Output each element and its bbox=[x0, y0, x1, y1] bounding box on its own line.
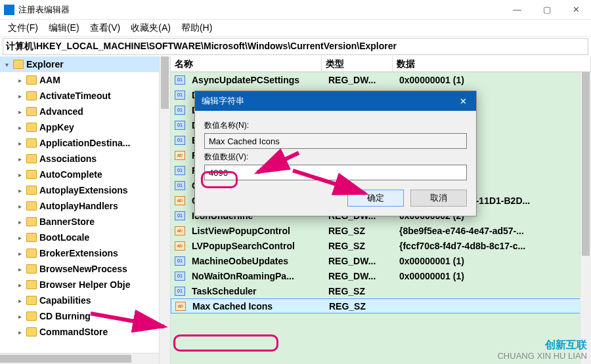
tree-node[interactable]: ▸AutoplayHandlers bbox=[13, 198, 170, 214]
tree-node[interactable]: ▸BannerStore bbox=[13, 214, 170, 230]
folder-icon bbox=[26, 264, 37, 273]
tree-label: AAM bbox=[39, 75, 60, 85]
expand-icon[interactable]: ▸ bbox=[16, 313, 24, 320]
expand-icon[interactable]: ▸ bbox=[16, 329, 24, 336]
tree-node[interactable]: ▸AppKey bbox=[13, 119, 170, 135]
value-type-icon: ab bbox=[175, 151, 185, 160]
value-data: 0x00000001 (1) bbox=[395, 256, 591, 266]
tree-node[interactable]: ▸ApplicationDestina... bbox=[13, 135, 170, 151]
value-name: Max Cached Icons bbox=[188, 301, 325, 312]
expand-icon[interactable]: ▸ bbox=[16, 281, 24, 289]
expand-icon[interactable]: ▾ bbox=[3, 61, 11, 68]
tree-node[interactable]: ▸Associations bbox=[13, 151, 170, 167]
value-type-icon: ab bbox=[175, 226, 185, 235]
expand-icon[interactable]: ▸ bbox=[16, 77, 24, 84]
value-type-icon: 01 bbox=[175, 256, 185, 266]
close-button[interactable]: ✕ bbox=[561, 0, 591, 20]
ok-button[interactable]: 确定 bbox=[347, 190, 404, 207]
tree-label: Browser Helper Obje bbox=[39, 279, 131, 290]
scrollbar-thumb[interactable] bbox=[582, 72, 590, 256]
tree-node-explorer[interactable]: ▾ Explorer bbox=[0, 56, 170, 72]
value-row[interactable]: abMax Cached IconsREG_SZ bbox=[171, 298, 591, 313]
maximize-button[interactable]: ▢ bbox=[532, 0, 561, 20]
cancel-button[interactable]: 取消 bbox=[410, 190, 467, 207]
col-data[interactable]: 数据 bbox=[393, 56, 591, 71]
expand-icon[interactable]: ▸ bbox=[16, 155, 24, 163]
menu-edit[interactable]: 编辑(E) bbox=[43, 20, 85, 37]
tree-label: BannerStore bbox=[39, 216, 95, 227]
value-type-icon: 01 bbox=[175, 211, 185, 220]
tree-node[interactable]: ▸Browser Helper Obje bbox=[13, 277, 170, 293]
expand-icon[interactable]: ▸ bbox=[16, 108, 24, 115]
tree-node[interactable]: ▸AutoplayExtensions bbox=[13, 182, 170, 198]
value-type-icon: 01 bbox=[175, 287, 185, 296]
value-row[interactable]: 01TaskSchedulerREG_SZ bbox=[171, 283, 591, 298]
list-vscrollbar[interactable] bbox=[580, 72, 591, 364]
tree-label: AutoComplete bbox=[39, 169, 102, 180]
watermark-sub: CHUANG XIN HU LIAN bbox=[497, 351, 587, 361]
folder-icon bbox=[26, 327, 37, 336]
scrollbar-thumb[interactable] bbox=[161, 56, 169, 109]
value-data: {8be9f5ea-e746-4e47-ad57-... bbox=[395, 226, 591, 236]
value-row[interactable]: abLVPopupSearchControlREG_SZ{fccf70c8-f4… bbox=[171, 238, 591, 253]
value-row[interactable]: abListViewPopupControlREG_SZ{8be9f5ea-e7… bbox=[171, 223, 591, 238]
value-row[interactable]: 01AsyncUpdatePCSettingsREG_DW...0x000000… bbox=[171, 72, 591, 87]
tree-label: Advanced bbox=[39, 106, 83, 117]
menu-help[interactable]: 帮助(H) bbox=[176, 20, 217, 37]
expand-icon[interactable]: ▸ bbox=[16, 171, 24, 178]
address-bar[interactable]: 计算机\HKEY_LOCAL_MACHINE\SOFTWARE\Microsof… bbox=[3, 38, 588, 55]
title-bar: 注册表编辑器 — ▢ ✕ bbox=[0, 0, 591, 20]
value-row[interactable]: 01NoWaitOnRoamingPa...REG_DW...0x0000000… bbox=[171, 268, 591, 283]
expand-icon[interactable]: ▸ bbox=[16, 124, 24, 131]
value-name-field[interactable] bbox=[204, 133, 467, 149]
expand-icon[interactable]: ▸ bbox=[16, 218, 24, 226]
value-type-icon: ab bbox=[175, 241, 185, 251]
tree-node[interactable]: ▸Capabilities bbox=[13, 293, 170, 308]
tree-vscrollbar[interactable] bbox=[159, 56, 170, 364]
expand-icon[interactable]: ▸ bbox=[16, 250, 24, 257]
dialog-close-button[interactable]: ✕ bbox=[450, 96, 476, 106]
tree-node[interactable]: ▸CD Burning bbox=[13, 308, 170, 324]
folder-icon bbox=[26, 217, 37, 226]
menu-favorites[interactable]: 收藏夹(A) bbox=[125, 20, 176, 37]
folder-icon bbox=[26, 186, 37, 195]
tree-node[interactable]: ▸Advanced bbox=[13, 104, 170, 119]
dialog-titlebar[interactable]: 编辑字符串 ✕ bbox=[195, 91, 476, 111]
col-name[interactable]: 名称 bbox=[171, 56, 322, 71]
col-type[interactable]: 类型 bbox=[322, 56, 393, 71]
value-row[interactable]: 01MachineOobeUpdatesREG_DW...0x00000001 … bbox=[171, 253, 591, 268]
scrollbar-thumb[interactable] bbox=[0, 355, 131, 363]
tree-pane: ▾ Explorer ▸AAM▸ActivateTimeout▸Advanced… bbox=[0, 56, 171, 364]
watermark-brand: 创新互联 bbox=[497, 338, 587, 351]
value-name: AsyncUpdatePCSettings bbox=[188, 75, 324, 85]
tree-node[interactable]: ▸BootLocale bbox=[13, 230, 170, 245]
expand-icon[interactable]: ▸ bbox=[16, 266, 24, 273]
expand-icon[interactable]: ▸ bbox=[16, 234, 24, 241]
value-type: REG_SZ bbox=[324, 241, 395, 251]
minimize-button[interactable]: — bbox=[502, 0, 532, 20]
expand-icon[interactable]: ▸ bbox=[16, 297, 24, 304]
folder-icon bbox=[26, 138, 37, 148]
tree-node[interactable]: ▸BrokerExtensions bbox=[13, 245, 170, 261]
value-type: REG_DW... bbox=[324, 271, 395, 281]
tree-node[interactable]: ▸AutoComplete bbox=[13, 167, 170, 182]
value-data-field[interactable] bbox=[204, 165, 467, 180]
tree-node[interactable]: ▸CommandStore bbox=[13, 324, 170, 340]
value-type-icon: 01 bbox=[175, 121, 185, 130]
tree-label: Capabilities bbox=[39, 295, 91, 306]
tree-label: BrowseNewProcess bbox=[39, 264, 127, 274]
tree-node[interactable]: ▸ActivateTimeout bbox=[13, 88, 170, 104]
expand-icon[interactable]: ▸ bbox=[16, 140, 24, 147]
folder-icon bbox=[26, 75, 37, 85]
expand-icon[interactable]: ▸ bbox=[16, 187, 24, 194]
value-type-icon: ab bbox=[175, 196, 185, 205]
expand-icon[interactable]: ▸ bbox=[16, 203, 24, 210]
value-type-icon: 01 bbox=[175, 272, 185, 281]
tree-hscrollbar[interactable] bbox=[0, 353, 159, 364]
menu-file[interactable]: 文件(F) bbox=[3, 20, 43, 37]
tree-node[interactable]: ▸AAM bbox=[13, 72, 170, 88]
expand-icon[interactable]: ▸ bbox=[16, 92, 24, 100]
tree-node[interactable]: ▸BrowseNewProcess bbox=[13, 261, 170, 277]
window-title: 注册表编辑器 bbox=[18, 4, 502, 16]
menu-view[interactable]: 查看(V) bbox=[85, 20, 126, 37]
